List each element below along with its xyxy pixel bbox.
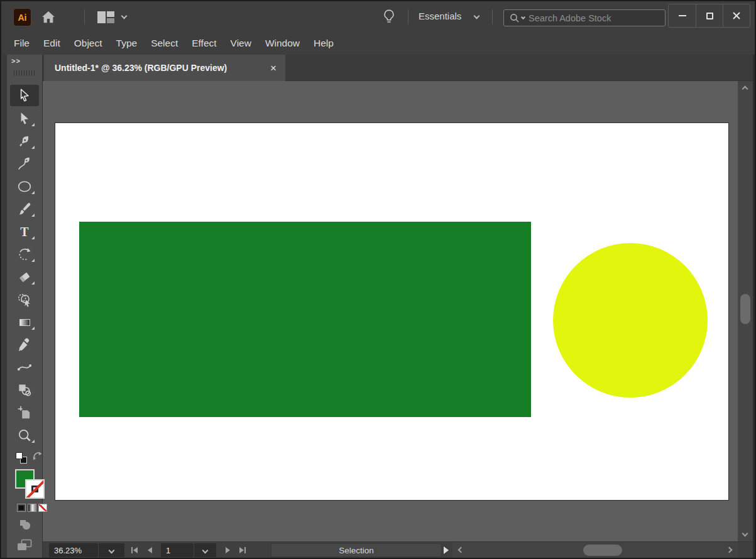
scroll-left-icon[interactable]: [458, 547, 464, 553]
artboard-tool-icon: [16, 404, 33, 421]
curvature-tool-icon: [16, 156, 33, 172]
vertical-scrollbar-thumb[interactable]: [740, 294, 750, 324]
tool-width[interactable]: [10, 357, 39, 378]
menu-type[interactable]: Type: [109, 38, 145, 49]
last-artboard-icon: [239, 547, 244, 553]
tool-paintbrush[interactable]: [10, 198, 39, 220]
zoom-level-value: 36.23%: [49, 546, 98, 555]
panel-well-edge: [753, 55, 756, 558]
menu-window[interactable]: Window: [258, 38, 307, 49]
toolbar-gutter: [3, 55, 7, 558]
window-maximize-button[interactable]: [696, 4, 723, 27]
window-close-button[interactable]: [723, 4, 750, 27]
menu-help[interactable]: Help: [307, 38, 341, 49]
width-tool-icon: [16, 359, 33, 376]
status-indicator[interactable]: Selection: [271, 543, 442, 557]
tool-artboard[interactable]: [10, 402, 39, 423]
document-tab-bar: Untitled-1* @ 36.23% (RGB/GPU Preview) ×: [43, 55, 753, 81]
document-tab[interactable]: Untitled-1* @ 36.23% (RGB/GPU Preview) ×: [44, 55, 285, 81]
workspace-switcher[interactable]: Essentials: [419, 11, 461, 21]
artwork-ellipse[interactable]: [553, 243, 708, 398]
artwork-rectangle[interactable]: [79, 222, 531, 417]
workspace-chevron-icon[interactable]: [474, 13, 480, 19]
tool-eyedropper[interactable]: [10, 334, 39, 355]
toolbar-expand-button[interactable]: >>: [11, 57, 21, 65]
lightbulb-icon[interactable]: [381, 8, 397, 27]
gradient-button[interactable]: [28, 504, 36, 512]
status-bar: 36.23% 1 Selection: [43, 541, 753, 558]
stroke-color-swatch[interactable]: [25, 479, 45, 499]
tool-eraser[interactable]: [10, 266, 39, 288]
window-minimize-button[interactable]: [669, 4, 696, 27]
document-tab-title: Untitled-1* @ 36.23% (RGB/GPU Preview): [55, 63, 270, 73]
search-scope-chevron-icon[interactable]: [521, 15, 525, 19]
tool-direct-selection[interactable]: [10, 108, 39, 129]
home-icon[interactable]: [40, 8, 57, 26]
tool-blend[interactable]: [10, 379, 39, 401]
none-button[interactable]: [38, 504, 47, 512]
app-logo: Ai: [13, 8, 31, 26]
blend-tool-icon: [16, 382, 33, 398]
menu-effect[interactable]: Effect: [185, 38, 223, 49]
screen-mode-icon[interactable]: [16, 538, 33, 552]
color-button[interactable]: [17, 504, 26, 512]
first-artboard-icon: [133, 547, 138, 553]
tool-type[interactable]: T: [10, 221, 39, 242]
tool-gradient[interactable]: [10, 312, 39, 333]
menu-file[interactable]: File: [7, 38, 36, 49]
titlebar-divider: [408, 9, 408, 24]
scroll-right-icon[interactable]: [726, 547, 733, 553]
menu-bar: File Edit Object Type Select Effect View…: [3, 31, 753, 55]
vertical-scrollbar[interactable]: [738, 81, 753, 541]
title-bar: Ai Essentials: [3, 3, 753, 31]
artboard-chevron-icon[interactable]: [202, 547, 209, 553]
tool-rotate[interactable]: [10, 244, 39, 265]
tool-curvature[interactable]: [10, 153, 39, 175]
window-minimize-icon: [679, 15, 686, 16]
default-fill-swatch-icon[interactable]: [16, 452, 23, 459]
ellipse-tool-icon: [16, 178, 33, 195]
eraser-tool-icon: [16, 269, 33, 285]
menu-select[interactable]: Select: [144, 38, 185, 49]
tools-panel: >>: [7, 55, 43, 558]
zoom-level-dropdown[interactable]: 36.23%: [49, 543, 124, 557]
tool-shape-builder[interactable]: [10, 289, 39, 310]
status-indicator-label: Selection: [339, 546, 374, 555]
drawing-modes-icon[interactable]: [18, 518, 32, 532]
menu-object[interactable]: Object: [67, 38, 109, 49]
search-input[interactable]: [529, 13, 660, 23]
gradient-tool-icon: [19, 319, 30, 326]
swap-fill-stroke-icon[interactable]: [32, 450, 43, 462]
zoom-chevron-icon[interactable]: [109, 547, 115, 553]
last-artboard-button[interactable]: [235, 543, 250, 557]
next-artboard-button[interactable]: [220, 543, 235, 557]
scroll-up-icon[interactable]: [742, 86, 748, 92]
tool-selection[interactable]: [10, 85, 39, 106]
menu-edit[interactable]: Edit: [36, 38, 67, 49]
pen-tool-icon: [16, 133, 33, 149]
app-logo-label: Ai: [18, 13, 27, 23]
tool-pen[interactable]: [10, 131, 39, 152]
toolbar-grip[interactable]: [14, 70, 36, 76]
horizontal-scrollbar[interactable]: [452, 542, 738, 558]
first-artboard-button[interactable]: [127, 543, 142, 557]
arrange-documents-icon[interactable]: [97, 11, 114, 23]
scroll-down-icon[interactable]: [742, 531, 748, 537]
tool-ellipse[interactable]: [10, 176, 39, 197]
artboard-navigation-dropdown[interactable]: 1: [161, 543, 216, 557]
next-artboard-icon: [226, 547, 230, 553]
horizontal-scrollbar-thumb[interactable]: [583, 545, 622, 556]
menu-view[interactable]: View: [224, 38, 258, 49]
adobe-stock-search[interactable]: [503, 9, 666, 26]
previous-artboard-button[interactable]: [142, 543, 157, 557]
tab-close-icon[interactable]: ×: [270, 63, 277, 73]
arrange-documents-chevron-icon[interactable]: [121, 13, 128, 19]
previous-artboard-icon: [148, 547, 152, 553]
shape-builder-tool-icon: [16, 291, 33, 308]
window-close-icon: [732, 11, 741, 20]
status-menu-arrow-icon[interactable]: [444, 546, 449, 554]
tool-zoom[interactable]: [10, 425, 39, 446]
illustrator-window: Ai Essentials: [0, 0, 756, 559]
window-maximize-icon: [706, 13, 713, 19]
type-tool-icon: T: [20, 225, 28, 239]
